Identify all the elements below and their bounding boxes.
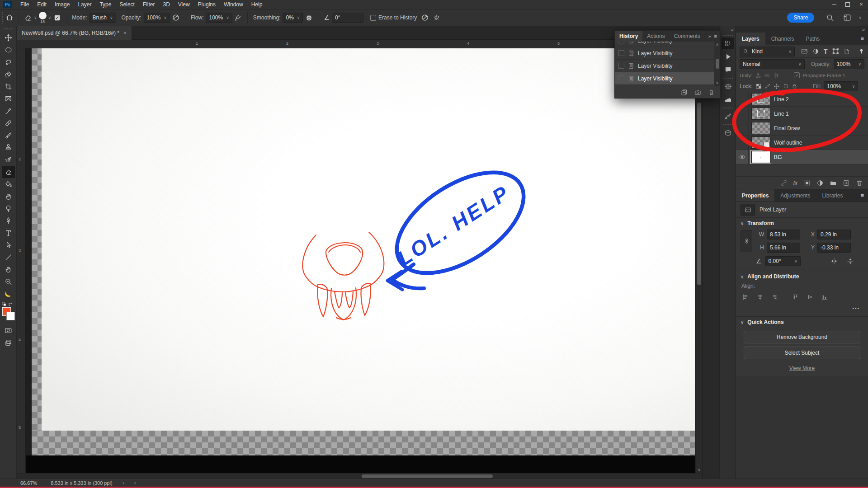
layer-row-line2[interactable]: Line 2 [736, 92, 868, 107]
menu-type[interactable]: Type [95, 0, 115, 9]
close-tab-icon[interactable]: × [123, 30, 127, 36]
transform-section-header[interactable]: ∨ Transform [736, 218, 868, 229]
layer-thumbnail[interactable] [751, 136, 770, 149]
visibility-toggle[interactable] [736, 121, 749, 135]
collapse-panel-icon[interactable]: » [708, 33, 711, 39]
align-bottom-icon[interactable] [821, 294, 828, 300]
layer-filter-kind-select[interactable]: Kind ∨ [740, 47, 795, 56]
y-input[interactable]: -0.33 in [817, 243, 851, 253]
layer-row-final-draw[interactable]: Final Draw [736, 121, 868, 136]
scroll-up-icon[interactable]: ∧ [716, 42, 719, 47]
vertical-scrollbar-thumb[interactable] [697, 103, 701, 285]
tool-history-brush[interactable] [2, 154, 15, 166]
layer-thumbnail[interactable] [751, 122, 770, 134]
status-prev-icon[interactable]: ‹ [134, 480, 136, 486]
histogram-panel-icon[interactable] [722, 94, 734, 105]
layer-thumbnail[interactable] [751, 93, 770, 105]
height-input[interactable]: 5.66 in [767, 243, 800, 253]
vertical-scrollbar[interactable]: ∨ [695, 40, 702, 473]
document-tab[interactable]: NewWolf.psd @ 66.7% (BG, RGB/16#) * × [17, 26, 132, 40]
menu-select[interactable]: Select [115, 0, 138, 9]
menu-window[interactable]: Window [220, 0, 247, 9]
tab-comments[interactable]: Comments [670, 31, 705, 42]
tab-actions[interactable]: Actions [642, 31, 669, 42]
history-scrollbar[interactable]: ∧ ∨ [714, 42, 720, 86]
unify-position-icon[interactable] [755, 72, 761, 79]
chevron-down-icon[interactable]: ∨ [859, 15, 862, 20]
tool-eraser[interactable] [2, 166, 15, 178]
filter-type-layers-icon[interactable]: T [824, 48, 828, 55]
ruler-left[interactable]: 2 3 4 5 [17, 48, 25, 479]
tool-healing-brush[interactable] [2, 117, 15, 129]
panel-menu-icon[interactable]: ≡ [860, 33, 868, 45]
history-entry[interactable]: Layer Visibility [615, 47, 720, 60]
tool-line[interactable] [2, 251, 15, 263]
expand-panels-icon[interactable]: » [862, 27, 864, 32]
select-subject-button[interactable]: Select Subject [744, 347, 860, 359]
history-source-checkbox[interactable] [618, 63, 624, 69]
scroll-down-icon[interactable]: ∨ [716, 81, 719, 85]
visibility-toggle[interactable] [736, 150, 749, 164]
panel-group-handle[interactable] [722, 77, 733, 79]
tab-channels[interactable]: Channels [765, 33, 800, 45]
tool-marquee[interactable] [2, 44, 15, 56]
delete-state-icon[interactable] [708, 89, 715, 96]
new-document-from-state-icon[interactable] [681, 89, 688, 96]
tab-history[interactable]: History [615, 31, 642, 42]
layer-thumbnail[interactable] [751, 108, 770, 120]
horizontal-scrollbar[interactable] [17, 473, 702, 479]
align-more-icon[interactable]: ••• [736, 301, 868, 317]
layer-row-line1[interactable]: Line 1 [736, 107, 868, 121]
align-section-header[interactable]: ∨ Align and Distribute [736, 271, 868, 282]
flow-select[interactable]: 100% ∨ [206, 13, 232, 23]
tool-paint-bucket[interactable] [2, 178, 15, 190]
tab-properties[interactable]: Properties [736, 189, 774, 202]
tab-libraries[interactable]: Libraries [816, 189, 849, 202]
search-icon[interactable] [824, 12, 836, 23]
align-top-icon[interactable] [792, 294, 799, 300]
tool-clone-stamp[interactable] [2, 141, 15, 154]
tab-layers[interactable]: Layers [736, 33, 765, 45]
rotation-input[interactable]: 0.00° ∨ [765, 256, 801, 266]
blend-mode-select[interactable]: Normal ∨ [740, 59, 805, 69]
ruler-top[interactable]: 1 2 3 4 5 6 [17, 40, 702, 48]
unify-effects-icon[interactable] [773, 72, 779, 79]
lock-all-icon[interactable] [792, 83, 797, 89]
scroll-down-icon[interactable]: ∨ [696, 468, 702, 472]
canvas-area[interactable]: LOL. HELP 1 2 3 4 5 6 2 3 4 5 ∨ [17, 40, 702, 479]
comments-panel-icon[interactable] [722, 64, 734, 75]
layer-name[interactable]: Wolf outline [774, 140, 802, 146]
layer-name[interactable]: Line 2 [774, 96, 789, 103]
opacity-select[interactable]: 100% ∨ [144, 13, 170, 23]
quick-mask-button[interactable] [2, 324, 15, 337]
default-swap-colors-icon[interactable] [2, 302, 14, 307]
home-icon[interactable] [4, 12, 15, 23]
history-entry[interactable]: Layer Visibility [615, 42, 720, 47]
menu-3d[interactable]: 3D [159, 0, 174, 9]
brush-size-preview[interactable]: 18 [39, 12, 47, 24]
maximize-button[interactable] [841, 0, 854, 9]
menu-filter[interactable]: Filter [139, 0, 159, 9]
pressure-size-icon[interactable] [419, 12, 431, 23]
align-left-icon[interactable] [742, 294, 749, 300]
tool-lasso[interactable] [2, 56, 15, 68]
align-center-vertical-icon[interactable] [807, 294, 813, 300]
lock-image-pixels-icon[interactable] [764, 83, 771, 89]
smoothing-gear-icon[interactable] [303, 12, 315, 23]
history-entry-selected[interactable]: Layer Visibility [615, 72, 720, 85]
x-input[interactable]: 0.29 in [817, 230, 851, 239]
fill-select[interactable]: 100% ∨ [824, 81, 858, 91]
zoom-level-field[interactable]: 66.67% [20, 480, 37, 486]
toolbar-drag-handle[interactable] [3, 28, 13, 30]
menu-edit[interactable]: Edit [33, 0, 51, 9]
3d-panel-icon[interactable] [722, 127, 734, 139]
tool-smudge[interactable] [2, 190, 15, 202]
align-center-horizontal-icon[interactable] [757, 294, 764, 300]
visibility-toggle[interactable] [736, 136, 749, 150]
filter-smart-objects-icon[interactable] [844, 48, 850, 55]
eraser-tool-preset-icon[interactable] [22, 12, 34, 23]
minimize-button[interactable] [827, 0, 841, 9]
visibility-toggle[interactable] [736, 92, 749, 106]
view-more-link[interactable]: View More [736, 359, 868, 376]
status-next-icon[interactable]: › [123, 480, 124, 486]
